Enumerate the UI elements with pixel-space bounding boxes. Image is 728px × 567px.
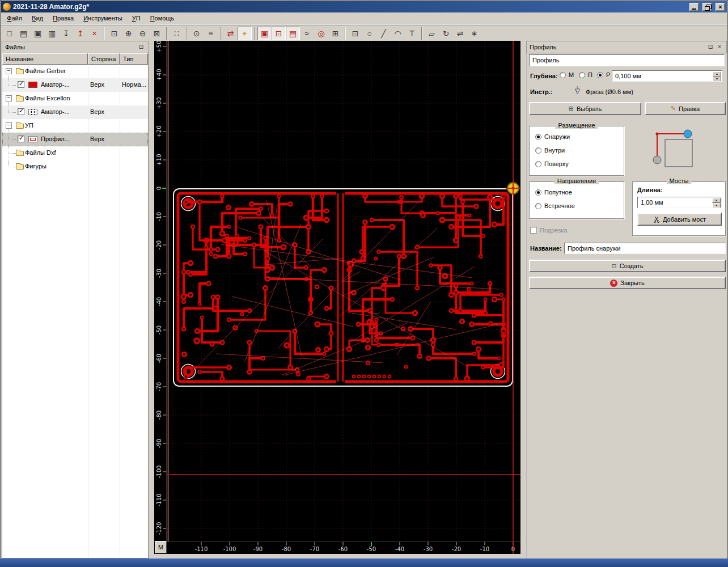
zoom-fit-button[interactable]: ⊠ (150, 27, 164, 40)
shape-spiral-button[interactable]: ∗ (467, 27, 481, 40)
show-grid-button[interactable]: ⊞ (328, 27, 342, 40)
bridge-spin-up[interactable]: ▴ (712, 198, 721, 203)
new-window-icon: ⊡ (611, 263, 616, 270)
layer-visibility-checkbox[interactable] (18, 108, 24, 115)
profile-title-value: Профиль (532, 57, 560, 64)
menubar: ФайлВидПравкаИнструментыУППомощь (1, 13, 727, 24)
tree-expand-icon[interactable]: − (6, 122, 12, 129)
placement-option-inside[interactable]: Внутри (535, 147, 565, 154)
titlebar[interactable]: 2021-11-28 Amator.g2g* × (1, 1, 727, 12)
toolbar-separator (345, 27, 346, 40)
create-button[interactable]: ⊡ Создать (529, 260, 726, 272)
trim-checkbox[interactable]: Подрезка (530, 227, 567, 234)
shape-copy-button[interactable]: ▱ (425, 27, 439, 40)
array-tool-button[interactable]: ∷ (170, 27, 184, 40)
shape-rotate-button[interactable]: ↻ (439, 27, 453, 40)
minimize-button[interactable] (689, 3, 699, 11)
tree-row-2[interactable]: −Файлы Excellon (2, 92, 148, 105)
menu-item-0[interactable]: Файл (2, 13, 27, 23)
tree-row-7[interactable]: Фигуры (2, 160, 148, 174)
draw-circle-button[interactable]: ○ (362, 27, 376, 40)
placement-outside-label: Снаружи (544, 133, 570, 140)
depth-input[interactable]: 0,100 мм ▴ ▾ (612, 70, 722, 82)
choose-tool-button[interactable]: ⊞ Выбрать (529, 102, 641, 115)
profile-name-input[interactable]: Профиль снаружи (564, 243, 726, 254)
zoom-window-button[interactable]: ⊡ (107, 27, 121, 40)
restore-button[interactable] (702, 3, 712, 11)
menu-item-5[interactable]: Помощь (146, 13, 180, 23)
tree-row-1[interactable]: Аматор-...ВерхНорма... (2, 78, 148, 92)
menu-item-3[interactable]: Инструменты (79, 13, 128, 23)
direction-climb-label: Попутное (544, 189, 572, 196)
draw-point-button[interactable]: ⊡ (348, 27, 362, 40)
column-header-name[interactable]: Название (2, 53, 88, 65)
column-header-side[interactable]: Сторона (88, 53, 120, 65)
placement-option-outside[interactable]: Снаружи (535, 133, 570, 140)
tree-side: Верх (90, 108, 104, 115)
zoom-out-button[interactable]: ⊖ (136, 27, 150, 40)
close-button[interactable]: × Закрыть (529, 277, 726, 289)
tree-label: Аматор-... (41, 108, 70, 115)
add-bridge-button[interactable]: Добавить мост (637, 213, 722, 226)
save-as-button[interactable]: ▥ (45, 27, 59, 40)
show-gerber-button[interactable]: ▣ (257, 27, 272, 40)
zoom-in-button[interactable]: ⊕ (121, 27, 136, 40)
simulate-button[interactable]: ⊙ (189, 27, 204, 40)
direction-option-climb[interactable]: Попутное (535, 189, 572, 196)
import-file-button[interactable]: ↥ (73, 27, 87, 40)
bridge-length-input[interactable]: 1,00 мм ▴ ▾ (637, 197, 722, 208)
export-file-button[interactable]: ↧ (59, 27, 73, 40)
pcb-canvas[interactable]: +50+40+30+20+100-10-20-30-40-50-60-70-80… (154, 41, 520, 554)
bridge-spin-down[interactable]: ▾ (712, 203, 721, 208)
save-file-button[interactable]: ▣ (31, 27, 45, 40)
depth-radio-m[interactable]: М (560, 71, 574, 78)
tree-row-0[interactable]: −Файлы Gerber (2, 65, 148, 78)
shape-mirror-button[interactable]: ⇌ (453, 27, 467, 40)
depth-spin-down[interactable]: ▾ (713, 77, 721, 82)
close-file-button[interactable]: × (87, 27, 101, 40)
tree-expand-icon[interactable]: − (6, 95, 12, 101)
show-path-button[interactable]: ≈ (300, 27, 314, 40)
gcode-list-button[interactable]: ≡ (204, 27, 218, 40)
direction-option-conventional[interactable]: Встречное (535, 202, 575, 209)
layer-visibility-checkbox[interactable] (18, 81, 24, 88)
draw-text-button[interactable]: T (405, 27, 419, 40)
tree-row-5[interactable]: Профил...Верх (2, 133, 148, 146)
float-panel-icon[interactable]: ⊡ (706, 44, 714, 51)
pcb-canvas-area[interactable]: +50+40+30+20+100-10-20-30-40-50-60-70-80… (154, 41, 520, 554)
tree-row-3[interactable]: Аматор-...Верх (2, 105, 148, 119)
menu-item-2[interactable]: Правка (48, 13, 79, 23)
depth-radio-p[interactable]: П (579, 71, 592, 78)
column-header-type[interactable]: Тип (120, 53, 148, 65)
show-profile-button[interactable]: ▤ (286, 27, 300, 40)
float-panel-icon[interactable]: ⊡ (137, 44, 145, 51)
tree-row-4[interactable]: −УП (2, 119, 148, 133)
new-file-button[interactable]: □ (2, 27, 16, 40)
metric-units-button[interactable]: М (155, 541, 167, 553)
layer-visibility-checkbox[interactable] (18, 136, 24, 142)
menu-item-4[interactable]: УП (128, 13, 146, 23)
edit-tool-button[interactable]: ✎ Правка (645, 102, 726, 115)
draw-arc-button[interactable]: ◠ (391, 27, 405, 40)
show-pads-button[interactable]: ◎ (314, 27, 328, 40)
open-file-button[interactable]: ▤ (16, 27, 31, 40)
mill-tool-icon (573, 86, 582, 95)
depth-radio-r[interactable]: Р (597, 71, 610, 78)
edit-tool-label: Правка (679, 105, 700, 112)
column-header-type-label: Тип (123, 56, 133, 62)
depth-spin-up[interactable]: ▴ (713, 71, 721, 77)
menu-item-1[interactable]: Вид (27, 13, 48, 23)
close-panel-icon[interactable]: × (716, 44, 723, 51)
profile-splitter[interactable] (520, 41, 526, 558)
show-drill-button[interactable]: ⊡ (272, 27, 286, 40)
tree-label: Аматор-... (41, 81, 70, 88)
transform-tool-button[interactable]: ⇄ (223, 27, 238, 40)
tree-expand-icon[interactable]: − (6, 68, 12, 74)
files-splitter[interactable] (149, 41, 154, 558)
drill-tool-button[interactable]: ⌖ (238, 27, 252, 40)
tree-row-6[interactable]: Файлы Dxf (2, 146, 148, 160)
placement-option-ontop[interactable]: Поверху (535, 160, 569, 167)
draw-line-button[interactable]: ╱ (376, 27, 391, 40)
close-window-button[interactable]: × (716, 3, 725, 11)
profile-title-field[interactable]: Профиль (529, 54, 725, 66)
